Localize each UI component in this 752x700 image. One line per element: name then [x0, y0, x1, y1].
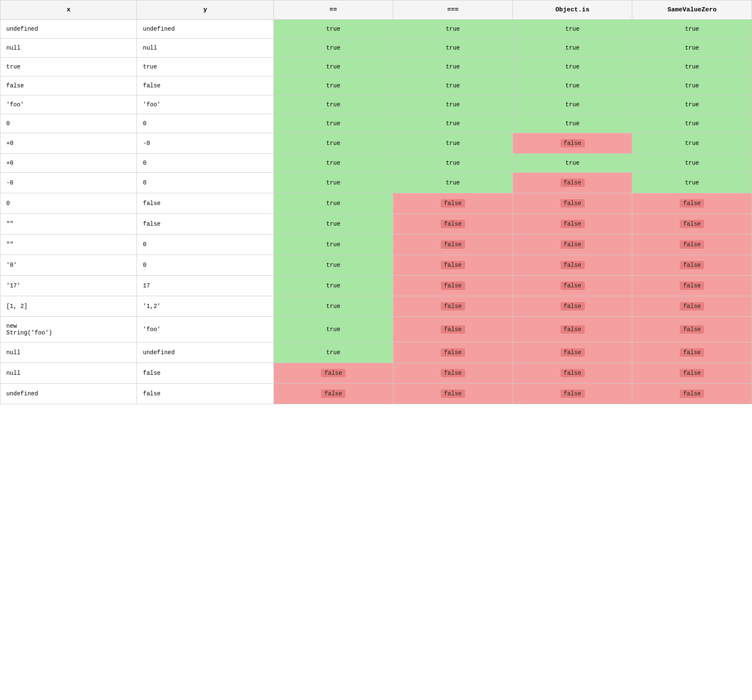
- cell-samevaluezero: false: [632, 317, 752, 342]
- cell-y: 0: [137, 234, 273, 255]
- header-eq: ==: [273, 0, 393, 20]
- cell-x: undefined: [0, 384, 137, 404]
- cell-seq: true: [393, 133, 513, 154]
- cell-x: null: [0, 342, 137, 363]
- cell-seq: false: [393, 214, 513, 234]
- cell-y: -0: [137, 133, 273, 154]
- cell-objectis: false: [513, 234, 632, 255]
- cell-samevaluezero: true: [632, 76, 752, 95]
- cell-objectis: false: [513, 317, 632, 342]
- cell-samevaluezero: true: [632, 39, 752, 58]
- header-seq: ===: [393, 0, 513, 20]
- comparison-table: x y == === Object.is SameValueZero undef…: [0, 0, 752, 404]
- cell-samevaluezero: false: [632, 342, 752, 363]
- cell-seq: false: [393, 193, 513, 214]
- cell-x: 0: [0, 193, 137, 214]
- cell-x: '17': [0, 276, 137, 296]
- cell-seq: true: [393, 95, 513, 114]
- cell-seq: false: [393, 234, 513, 255]
- cell-y: false: [137, 193, 273, 214]
- table-row: nullfalsefalsefalsefalsefalse: [0, 363, 752, 384]
- cell-samevaluezero: true: [632, 58, 752, 76]
- cell-seq: true: [393, 76, 513, 95]
- cell-objectis: false: [513, 342, 632, 363]
- cell-eq: true: [273, 255, 393, 276]
- cell-objectis: false: [513, 363, 632, 384]
- table-row: ""falsetruefalsefalsefalse: [0, 214, 752, 234]
- cell-objectis: false: [513, 214, 632, 234]
- cell-seq: false: [393, 317, 513, 342]
- cell-eq: true: [273, 20, 393, 39]
- table-row: +0-0truetruefalsetrue: [0, 133, 752, 154]
- cell-y: false: [137, 363, 273, 384]
- cell-x: 'foo': [0, 95, 137, 114]
- cell-seq: false: [393, 255, 513, 276]
- table-row: ""0truefalsefalsefalse: [0, 234, 752, 255]
- cell-objectis: true: [513, 39, 632, 58]
- cell-x: null: [0, 39, 137, 58]
- cell-eq: true: [273, 133, 393, 154]
- cell-eq: false: [273, 384, 393, 404]
- cell-samevaluezero: false: [632, 234, 752, 255]
- cell-y: false: [137, 76, 273, 95]
- cell-eq: true: [273, 95, 393, 114]
- cell-y: undefined: [137, 342, 273, 363]
- cell-seq: true: [393, 154, 513, 173]
- cell-seq: true: [393, 58, 513, 76]
- table-row: -00truetruefalsetrue: [0, 173, 752, 193]
- cell-x: undefined: [0, 20, 137, 39]
- cell-x: +0: [0, 154, 137, 173]
- cell-y: false: [137, 384, 273, 404]
- cell-eq: true: [273, 193, 393, 214]
- table-row: falsefalsetruetruetruetrue: [0, 76, 752, 95]
- header-x: x: [0, 0, 137, 20]
- table-row: [1, 2]'1,2'truefalsefalsefalse: [0, 296, 752, 317]
- cell-y: 0: [137, 255, 273, 276]
- cell-seq: false: [393, 363, 513, 384]
- table-row: 00truetruetruetrue: [0, 114, 752, 133]
- cell-eq: true: [273, 234, 393, 255]
- table-row: '17'17truefalsefalsefalse: [0, 276, 752, 296]
- cell-eq: true: [273, 76, 393, 95]
- cell-eq: true: [273, 154, 393, 173]
- table-row: undefinedfalsefalsefalsefalsefalse: [0, 384, 752, 404]
- cell-seq: false: [393, 384, 513, 404]
- cell-samevaluezero: false: [632, 255, 752, 276]
- cell-y: null: [137, 39, 273, 58]
- cell-y: 17: [137, 276, 273, 296]
- cell-samevaluezero: true: [632, 133, 752, 154]
- cell-seq: false: [393, 296, 513, 317]
- cell-objectis: false: [513, 133, 632, 154]
- table-row: +00truetruetruetrue: [0, 154, 752, 173]
- cell-x: null: [0, 363, 137, 384]
- cell-eq: true: [273, 114, 393, 133]
- cell-y: false: [137, 214, 273, 234]
- cell-objectis: true: [513, 76, 632, 95]
- cell-x: '0': [0, 255, 137, 276]
- cell-eq: true: [273, 214, 393, 234]
- table-row: 'foo''foo'truetruetruetrue: [0, 95, 752, 114]
- cell-eq: true: [273, 296, 393, 317]
- cell-x: -0: [0, 173, 137, 193]
- cell-y: '1,2': [137, 296, 273, 317]
- cell-objectis: false: [513, 193, 632, 214]
- cell-samevaluezero: false: [632, 296, 752, 317]
- cell-y: 0: [137, 173, 273, 193]
- cell-eq: false: [273, 363, 393, 384]
- table-row: new String('foo')'foo'truefalsefalsefals…: [0, 317, 752, 342]
- table-row: nullundefinedtruefalsefalsefalse: [0, 342, 752, 363]
- cell-eq: true: [273, 317, 393, 342]
- cell-objectis: false: [513, 173, 632, 193]
- cell-seq: true: [393, 114, 513, 133]
- cell-y: undefined: [137, 20, 273, 39]
- cell-objectis: false: [513, 384, 632, 404]
- cell-seq: true: [393, 39, 513, 58]
- header-objectis: Object.is: [513, 0, 632, 20]
- cell-objectis: true: [513, 154, 632, 173]
- cell-samevaluezero: true: [632, 173, 752, 193]
- cell-eq: true: [273, 276, 393, 296]
- table-row: '0'0truefalsefalsefalse: [0, 255, 752, 276]
- cell-objectis: false: [513, 255, 632, 276]
- cell-x: "": [0, 234, 137, 255]
- cell-seq: false: [393, 276, 513, 296]
